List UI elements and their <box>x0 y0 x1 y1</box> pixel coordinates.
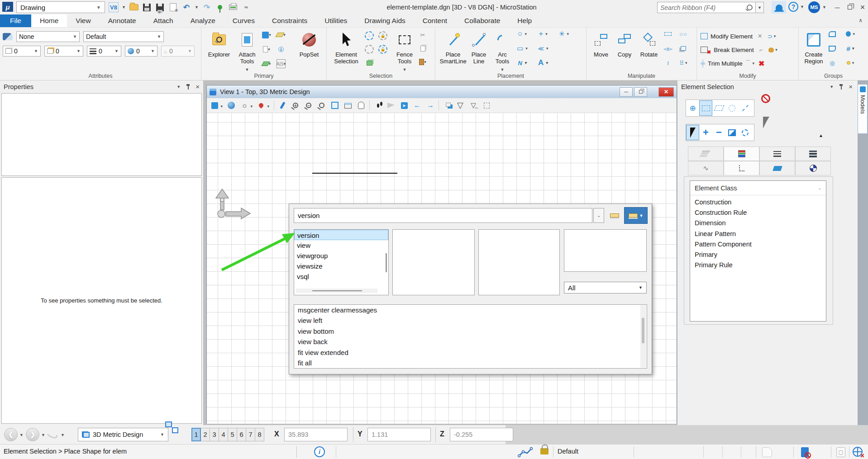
pin-icon[interactable] <box>215 2 225 12</box>
tab-materials[interactable] <box>795 161 831 175</box>
keyin-history-list[interactable]: msgcenter clearmessages view left view b… <box>294 304 647 369</box>
raster-manager-icon[interactable]: ▾ <box>262 59 271 68</box>
class-item[interactable]: Pattern Component <box>695 239 826 250</box>
linestyle-dropdown[interactable]: 0▼ <box>44 46 83 57</box>
connection-status-icon[interactable] <box>853 447 863 457</box>
view-toggle-2[interactable]: 2 <box>200 428 210 441</box>
tab-constraints[interactable]: Constraints <box>263 14 316 27</box>
class-item[interactable]: Linear Pattern <box>695 229 826 239</box>
clip-mask-icon[interactable]: ▽✂ <box>468 100 478 110</box>
tab-colors[interactable] <box>724 147 759 161</box>
place-point-icon[interactable]: +▾ <box>539 29 548 38</box>
subtract-mode-icon[interactable]: − <box>712 125 725 140</box>
view-toggle-4[interactable]: 4 <box>219 428 228 441</box>
fence-tools-button[interactable]: Fence Tools▼ <box>393 28 416 73</box>
extend-line-icon[interactable]: × <box>755 32 764 41</box>
levels-icon[interactable]: ▾ <box>277 30 286 39</box>
copy-button[interactable]: Copy <box>614 28 635 58</box>
element-selection-button[interactable]: Element Selection <box>329 28 363 65</box>
individual-method-icon[interactable]: ⊕ <box>686 100 699 116</box>
view-previous-icon[interactable]: ← <box>412 100 422 110</box>
panel-menu-icon[interactable]: ▼ <box>176 85 181 89</box>
mirror-icon[interactable]: ◅▻ <box>663 44 672 53</box>
redo-icon[interactable]: ↷ <box>202 2 212 12</box>
rotate-button[interactable]: Rotate <box>637 28 661 58</box>
place-smartline-button[interactable]: Place SmartLine <box>439 28 467 65</box>
view-toggle-1[interactable]: 1 <box>191 428 201 441</box>
view-history-icon[interactable] <box>45 429 58 440</box>
change-attributes-icon[interactable]: ▾ <box>768 45 777 54</box>
fly-icon[interactable] <box>386 100 396 110</box>
view-close-button[interactable]: ✕ <box>658 87 674 97</box>
rotate-view-icon[interactable] <box>343 100 353 110</box>
class-item[interactable]: Construction <box>695 197 826 208</box>
view-next-icon[interactable]: → <box>425 100 435 110</box>
minimize-button[interactable]: ─ <box>831 1 844 13</box>
tab-home[interactable]: Home <box>31 14 67 27</box>
zoom-in-icon[interactable]: + <box>291 100 300 110</box>
insert-vertex-icon[interactable]: ⊃▾ <box>767 32 776 41</box>
pin-panel-icon[interactable] <box>186 84 190 90</box>
delete-icon[interactable]: ✖ <box>757 59 766 68</box>
view-toggle-7[interactable]: 7 <box>246 428 255 441</box>
view-toggle-8[interactable]: 8 <box>255 428 264 441</box>
collapse-ribbon-icon[interactable]: ∧ <box>858 17 863 24</box>
level-display-icon[interactable]: 🛈 <box>277 45 286 54</box>
keyin-suggestion-selected[interactable]: version <box>294 230 388 240</box>
color-dropdown[interactable]: 0▼ <box>3 46 41 57</box>
arc-tools-button[interactable]: Arc Tools▼ <box>491 28 514 73</box>
tab-levels[interactable] <box>688 147 724 161</box>
adjust-brightness-icon[interactable]: ☼▾ <box>239 100 249 110</box>
view-toggle-6[interactable]: 6 <box>237 428 246 441</box>
view-attributes-icon[interactable]: ▾ <box>210 100 219 110</box>
line-method-icon[interactable] <box>739 100 752 116</box>
navigate-view-icon[interactable]: ➤ <box>399 100 409 110</box>
save-settings-icon[interactable] <box>155 2 165 12</box>
move-parallel-icon[interactable]: ⠿▾ <box>679 58 688 67</box>
class-item[interactable]: Primary Rule <box>695 260 826 270</box>
saved-view-icon[interactable] <box>482 100 491 110</box>
locks-icon[interactable] <box>540 448 548 454</box>
tab-file[interactable]: File <box>0 14 31 27</box>
tab-help[interactable]: Help <box>509 14 540 27</box>
display-style-icon[interactable] <box>226 100 236 110</box>
keyin-table-column-1[interactable]: version view viewgroup viewsize vsql <box>294 229 389 295</box>
view-restore-button[interactable] <box>634 87 647 97</box>
keyin-table-column-3[interactable] <box>478 229 560 295</box>
keyin-history-dropdown[interactable]: ⌄ <box>593 208 604 223</box>
ribbon-search[interactable] <box>657 2 756 13</box>
forward-button[interactable]: ❯ <box>26 428 39 441</box>
class-item[interactable]: Construction Rule <box>695 208 826 218</box>
collapse-triangle-icon[interactable]: ▲ <box>819 133 823 138</box>
close-panel-icon[interactable]: × <box>196 83 200 90</box>
tab-collaborate[interactable]: Collaborate <box>456 14 509 27</box>
history-item[interactable]: fit view extended <box>294 347 647 358</box>
tab-utilities[interactable]: Utilities <box>316 14 356 27</box>
cut-icon[interactable]: ✂ <box>418 30 427 39</box>
auxiliary-coords-icon[interactable]: A|S▾ <box>277 59 286 68</box>
create-complex-shape-icon[interactable] <box>828 44 837 53</box>
tab-drawing-aids[interactable]: Drawing Aids <box>356 14 414 27</box>
copy-view-icon[interactable] <box>442 100 452 110</box>
explorer-button[interactable]: Explorer <box>205 28 233 58</box>
open-file-icon[interactable] <box>129 2 139 12</box>
vertical-scrollbar[interactable] <box>386 253 387 272</box>
unlock-selection-icon[interactable]: 🔓 <box>378 45 387 54</box>
lock-selection-icon[interactable]: 🔒 <box>378 31 387 40</box>
circle-method-icon[interactable] <box>725 100 739 116</box>
stretch-icon[interactable] <box>663 29 672 38</box>
compress-icon[interactable] <box>168 2 178 12</box>
create-complex-chain-icon[interactable] <box>828 29 837 38</box>
models-tab[interactable]: Models <box>858 84 868 134</box>
pattern-icon[interactable]: ▾ <box>846 58 855 67</box>
place-spline-icon[interactable]: N▾ <box>518 58 527 67</box>
place-block-icon[interactable]: ▭▾ <box>518 44 527 53</box>
lineweight-dropdown[interactable]: 0▼ <box>87 46 121 57</box>
pin-panel-icon[interactable] <box>839 84 843 90</box>
drop-element-icon[interactable]: ▾ <box>846 29 855 38</box>
restore-button[interactable] <box>844 1 856 13</box>
keyin-table-column-4[interactable] <box>564 229 647 272</box>
tab-line-weights[interactable] <box>795 147 831 161</box>
map-icon[interactable]: ▾ <box>256 100 266 110</box>
tab-analyze[interactable]: Analyze <box>182 14 224 27</box>
